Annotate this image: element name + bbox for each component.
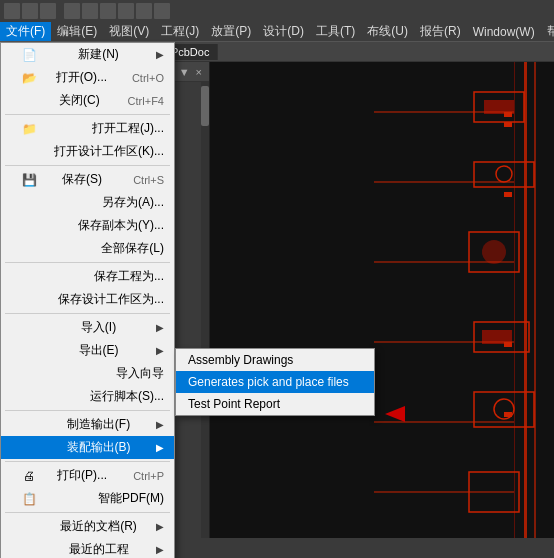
menu-item-recent-docs-label: 最近的文档(R): [60, 518, 137, 535]
svg-point-8: [482, 240, 506, 264]
fab-arrow-icon: ▶: [156, 419, 164, 430]
menubar: 文件(F) 编辑(E) 视图(V) 工程(J) 放置(P) 设计(D) 工具(T…: [0, 22, 554, 42]
menu-edit[interactable]: 编辑(E): [51, 22, 103, 41]
menu-item-open[interactable]: 📂 打开(O)... Ctrl+O: [1, 66, 174, 89]
toolbar-icon-1[interactable]: [4, 3, 20, 19]
importwizard-icon: [21, 366, 37, 382]
menu-item-pdf-label: 智能PDF(M): [98, 490, 164, 507]
menu-item-recent-projects[interactable]: 最近的工程 ▶: [1, 538, 174, 558]
menu-view[interactable]: 视图(V): [103, 22, 155, 41]
pcb-area: 300.10mm: [210, 62, 554, 558]
panel-scrollbar-thumb[interactable]: [201, 86, 209, 126]
print-shortcut: Ctrl+P: [133, 470, 164, 482]
menu-item-open-label: 打开(O)...: [56, 69, 107, 86]
toolbar-icon-3[interactable]: [40, 3, 56, 19]
menu-place[interactable]: 放置(P): [205, 22, 257, 41]
menu-item-save-label: 保存(S): [62, 171, 102, 188]
menu-help[interactable]: 帮助(H): [541, 22, 554, 41]
menu-item-new[interactable]: 📄 新建(N) ▶: [1, 43, 174, 66]
menu-item-saveworkspace-label: 保存设计工作区为...: [58, 291, 164, 308]
toolbar-icon-8[interactable]: [136, 3, 152, 19]
menu-item-new-label: 新建(N): [78, 46, 119, 63]
menu-item-fab[interactable]: 制造输出(F) ▶: [1, 413, 174, 436]
menu-item-fab-label: 制造输出(F): [67, 416, 130, 433]
toolbar-icon-6[interactable]: [100, 3, 116, 19]
panel-close-btn[interactable]: ×: [193, 66, 205, 78]
menu-item-pdf[interactable]: 📋 智能PDF(M): [1, 487, 174, 510]
menu-file[interactable]: 文件(F): [0, 22, 51, 41]
assembly-submenu-item-pickplace[interactable]: Generates pick and place files: [176, 371, 374, 393]
menu-item-saveall-label: 全部保存(L): [101, 240, 164, 257]
menu-item-assembly-label: 装配输出(B): [67, 439, 131, 456]
menu-item-import[interactable]: 导入(I) ▶: [1, 316, 174, 339]
svg-rect-15: [504, 122, 512, 127]
svg-rect-0: [524, 62, 527, 558]
script-icon: [21, 389, 37, 405]
open-workspace-icon: [21, 144, 37, 160]
panel-scrollbar[interactable]: [201, 82, 209, 558]
saveworkspace-icon: [21, 292, 37, 308]
separator-7: [5, 512, 170, 513]
assembly-icon: [21, 440, 37, 456]
menu-item-recent-docs[interactable]: 最近的文档(R) ▶: [1, 515, 174, 538]
svg-rect-18: [504, 412, 512, 417]
panel-pin-btn[interactable]: ▼: [176, 66, 193, 78]
menu-item-saveworkspace[interactable]: 保存设计工作区为...: [1, 288, 174, 311]
menu-item-export-label: 导出(E): [79, 342, 119, 359]
fab-icon: [21, 417, 37, 433]
menu-item-assembly[interactable]: 装配输出(B) ▶: [1, 436, 174, 459]
menu-window[interactable]: Window(W): [467, 24, 541, 40]
menu-item-close[interactable]: 关闭(C) Ctrl+F4: [1, 89, 174, 112]
menu-item-open-project[interactable]: 📁 打开工程(J)...: [1, 117, 174, 140]
toolbar-icon-4[interactable]: [64, 3, 80, 19]
toolbar-icon-9[interactable]: [154, 3, 170, 19]
menu-item-close-label: 关闭(C): [59, 92, 100, 109]
svg-rect-1: [534, 62, 536, 558]
menu-item-saveall[interactable]: 全部保存(L): [1, 237, 174, 260]
toolbar-top: [0, 0, 554, 22]
toolbar-icon-5[interactable]: [82, 3, 98, 19]
toolbar-icon-2[interactable]: [22, 3, 38, 19]
separator-4: [5, 313, 170, 314]
menu-item-export[interactable]: 导出(E) ▶: [1, 339, 174, 362]
separator-1: [5, 114, 170, 115]
assembly-submenu: Assembly Drawings Generates pick and pla…: [175, 348, 375, 416]
assembly-submenu-item-drawings[interactable]: Assembly Drawings: [176, 349, 374, 371]
menu-tools[interactable]: 工具(T): [310, 22, 361, 41]
menu-item-saveas-label: 另存为(A)...: [102, 194, 164, 211]
toolbar-icon-7[interactable]: [118, 3, 134, 19]
menu-design[interactable]: 设计(D): [257, 22, 310, 41]
svg-rect-14: [504, 112, 512, 117]
menu-item-importwizard[interactable]: 导入向导: [1, 362, 174, 385]
menu-item-print[interactable]: 🖨 打印(P)... Ctrl+P: [1, 464, 174, 487]
export-icon: [21, 343, 37, 359]
recentdoc-arrow-icon: ▶: [156, 521, 164, 532]
export-arrow-icon: ▶: [156, 345, 164, 356]
recentdoc-icon: [21, 519, 37, 535]
open-shortcut: Ctrl+O: [132, 72, 164, 84]
menu-item-script[interactable]: 运行脚本(S)...: [1, 385, 174, 408]
menu-item-savecopy[interactable]: 保存副本为(Y)...: [1, 214, 174, 237]
menu-item-open-workspace[interactable]: 打开设计工作区(K)...: [1, 140, 174, 163]
menu-item-saveas[interactable]: 另存为(A)...: [1, 191, 174, 214]
menu-item-saveproject[interactable]: 保存工程为...: [1, 265, 174, 288]
menu-item-save[interactable]: 💾 保存(S) Ctrl+S: [1, 168, 174, 191]
menu-item-open-project-label: 打开工程(J)...: [92, 120, 164, 137]
assembly-submenu-item-testpoint[interactable]: Test Point Report: [176, 393, 374, 415]
new-icon: 📄: [21, 47, 37, 63]
menu-item-open-workspace-label: 打开设计工作区(K)...: [54, 143, 164, 160]
print-icon: 🖨: [21, 468, 37, 484]
import-icon: [21, 320, 37, 336]
menu-route[interactable]: 布线(U): [361, 22, 414, 41]
pdf-icon: 📋: [21, 491, 37, 507]
svg-rect-2: [514, 62, 515, 558]
menu-item-recent-projects-label: 最近的工程: [69, 541, 129, 558]
separator-2: [5, 165, 170, 166]
separator-3: [5, 262, 170, 263]
right-arrow-icon: [385, 406, 405, 422]
savecopy-icon: [21, 218, 37, 234]
menu-report[interactable]: 报告(R): [414, 22, 467, 41]
close-shortcut: Ctrl+F4: [128, 95, 164, 107]
separator-5: [5, 410, 170, 411]
menu-project[interactable]: 工程(J): [155, 22, 205, 41]
